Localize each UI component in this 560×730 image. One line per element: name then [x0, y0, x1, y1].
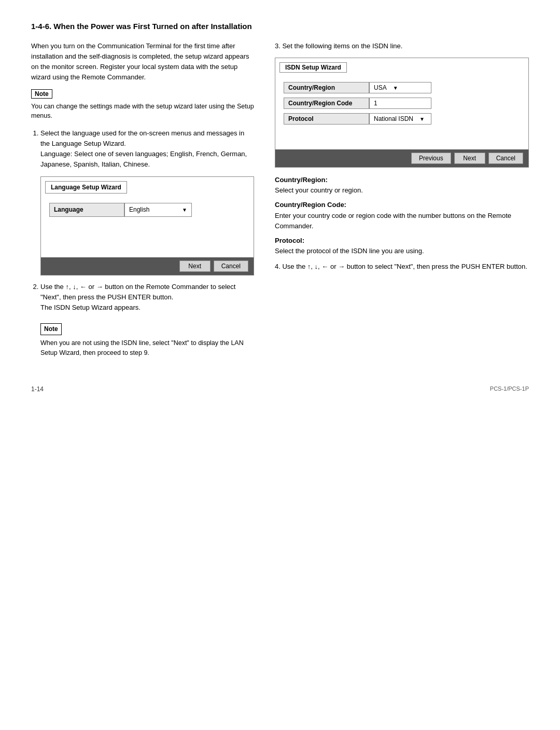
isdn-cancel-button[interactable]: Cancel: [488, 153, 523, 164]
step-1: Select the language used for the on-scre…: [40, 128, 254, 276]
doc-id: PCS-1/PCS-1P: [490, 385, 529, 393]
language-wizard-box: Language Setup Wizard Language English ▼: [40, 176, 254, 276]
protocol-value[interactable]: National ISDN ▼: [369, 113, 431, 125]
protocol-desc-text: Select the protocol of the ISDN line you…: [275, 247, 424, 255]
isdn-wizard-title: ISDN Setup Wizard: [279, 62, 347, 73]
country-region-label: Country/Region: [284, 82, 369, 93]
note-label-2: Note: [40, 323, 62, 335]
step-2: Use the ↑, ↓, ← or → button on the Remot…: [40, 282, 254, 358]
country-region-code-desc: Country/Region Code: Enter your country …: [275, 200, 529, 231]
language-cancel-button[interactable]: Cancel: [214, 260, 248, 272]
language-wizard-title: Language Setup Wizard: [45, 181, 127, 194]
protocol-desc: Protocol: Select the protocol of the ISD…: [275, 236, 529, 256]
step-3-intro: 3. Set the following items on the ISDN l…: [275, 41, 529, 51]
isdn-wizard-box: ISDN Setup Wizard Country/Region USA ▼ C…: [275, 58, 529, 168]
country-region-desc-text: Select your country or region.: [275, 186, 363, 194]
country-region-code-value[interactable]: 1: [369, 98, 431, 109]
step-2-text: Use the ↑, ↓, ← or → button on the Remot…: [40, 283, 235, 311]
isdn-next-button[interactable]: Next: [454, 153, 485, 164]
country-region-code-label: Country/Region Code: [284, 98, 369, 109]
section-title: 1-4-6. When the Power was First Turned o…: [31, 21, 529, 32]
left-column: When you turn on the Communication Termi…: [31, 41, 254, 365]
page-number: 1-14: [31, 385, 44, 393]
isdn-wizard-footer: Previous Next Cancel: [275, 149, 528, 167]
protocol-dropdown-arrow: ▼: [419, 116, 425, 122]
language-wizard-footer: Next Cancel: [41, 257, 254, 275]
country-region-desc: Country/Region: Select your country or r…: [275, 175, 529, 196]
note-label-1: Note: [31, 89, 52, 99]
intro-paragraph: When you turn on the Communication Termi…: [31, 41, 254, 83]
note-text-2: When you are not using the ISDN line, se…: [40, 338, 254, 358]
country-region-dropdown-arrow: ▼: [393, 85, 398, 91]
country-region-heading: Country/Region:: [275, 176, 328, 184]
note-text-1: You can change the settings made with th…: [31, 102, 254, 121]
language-field-value[interactable]: English ▼: [124, 203, 192, 217]
language-dropdown-arrow: ▼: [182, 206, 187, 214]
step-4-text: 4. Use the ↑, ↓, ← or → button to select…: [275, 261, 529, 272]
step-1-text: Select the language used for the on-scre…: [40, 129, 247, 168]
country-region-code-heading: Country/Region Code:: [275, 201, 346, 209]
right-column: 3. Set the following items on the ISDN l…: [275, 41, 529, 365]
language-field-label: Language: [49, 203, 124, 217]
language-next-button[interactable]: Next: [179, 260, 211, 272]
country-region-value[interactable]: USA ▼: [369, 82, 431, 93]
protocol-heading: Protocol:: [275, 237, 304, 244]
country-region-code-desc-text: Enter your country code or region code w…: [275, 212, 511, 230]
protocol-label: Protocol: [284, 113, 369, 125]
isdn-previous-button[interactable]: Previous: [411, 153, 451, 164]
